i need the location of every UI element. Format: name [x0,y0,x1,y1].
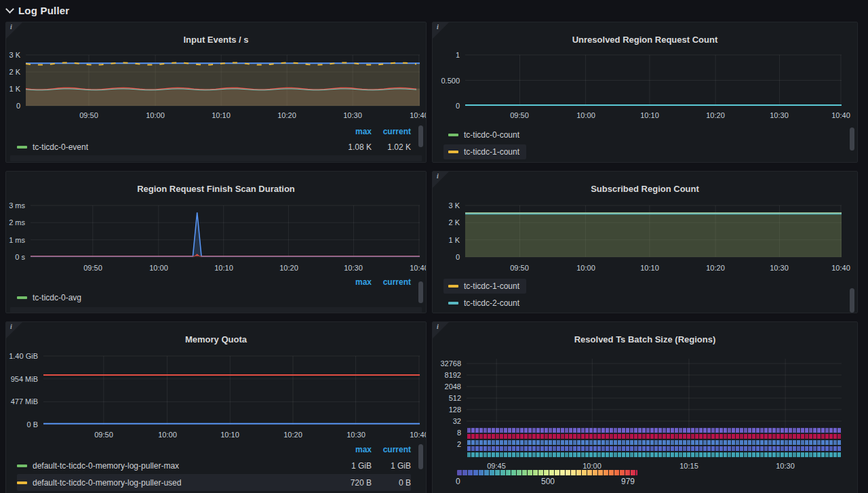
legend-label[interactable]: tc-ticdc-0-event [33,142,88,152]
y-axis-label: 0 [433,252,460,262]
info-icon[interactable]: i [10,323,12,330]
info-icon[interactable]: i [437,323,439,330]
legend-swatch[interactable] [17,481,27,484]
legend-label[interactable]: default-tc-ticdc-0-memory-log-puller-use… [33,478,181,488]
legend-label[interactable]: tc-ticdc-2-count [464,298,519,308]
plot-input-events[interactable] [26,55,420,106]
legend-header-current[interactable]: current [372,127,411,136]
legend-header-max[interactable]: max [332,277,372,287]
legend-row[interactable]: default-tc-ticdc-0-memory-log-puller-use… [17,474,411,491]
chart-canvas[interactable] [26,55,420,106]
chart-canvas[interactable] [465,205,842,257]
panel-title-region-request-finish-scan-duration[interactable]: Region Request Finish Scan Duration [33,184,399,194]
legend-swatch[interactable] [448,151,458,153]
legend-row-clipped[interactable] [10,307,422,313]
x-axis-label: 10:40 [410,264,427,272]
panel-title-input-events[interactable]: Input Events / s [33,35,399,45]
legend-swatch[interactable] [448,302,458,304]
chart-canvas[interactable] [467,359,842,456]
panel-info-corner[interactable] [433,172,449,188]
y-axis-label: 0.500 [433,76,460,85]
legend-header-max[interactable]: max [332,445,372,454]
panel-title-subscribed-region-count[interactable]: Subscribed Region Count [460,184,830,194]
panel-info-corner[interactable] [433,22,449,39]
chart-canvas[interactable] [465,55,842,106]
legend-scrollbar-thumb[interactable] [418,444,423,469]
y-axis-label: 0 [433,101,460,111]
legend-row[interactable]: tc-ticdc-0-event1.08 K1.02 K [17,139,411,155]
y-axis-label: 1 K [6,84,20,94]
legend-scrollbar-thumb[interactable] [418,125,423,147]
legend-row[interactable]: tc-ticdc-1-count [443,277,842,294]
legend-header-max[interactable]: max [332,127,372,136]
legend-row[interactable]: tc-ticdc-1-count [443,143,842,160]
legend-swatch[interactable] [17,296,27,299]
x-axis-label: 10:30 [776,462,795,470]
heatmap-row-bucket-8 [467,434,841,439]
x-axis-label: 09:50 [510,111,529,119]
legend-label[interactable]: default-tc-ticdc-0-memory-log-puller-max [33,461,179,471]
x-axis-label: 10:20 [706,264,725,272]
info-icon[interactable]: i [437,23,439,31]
x-axis-label: 10:00 [146,111,165,119]
y-axis-label: 2 K [433,218,460,227]
panel-unresolved-region-request-count: iUnresolved Region Request Count10.50000… [432,22,858,163]
legend-header-current[interactable]: current [372,445,411,454]
legend-row[interactable]: default-tc-ticdc-0-memory-log-puller-max… [17,457,411,474]
legend-item[interactable]: tc-ticdc-0-count [443,127,526,142]
y-axis-label: 32768 [433,359,461,368]
legend-value: 720 B [332,478,372,488]
legend-label[interactable]: tc-ticdc-1-count [464,281,519,291]
panel-title-unresolved-region-request-count[interactable]: Unresolved Region Request Count [460,35,830,45]
legend-scrollbar-thumb[interactable] [850,288,854,313]
plot-resolved-ts-batch-size-regions[interactable] [467,359,842,456]
x-axis-label: 10:10 [220,431,239,439]
y-axis-label: 2 ms [6,218,25,227]
legend-row[interactable]: tc-ticdc-2-count [443,294,842,311]
series-spike-red-base [31,254,420,256]
legend-scrollbar-thumb[interactable] [850,127,854,151]
legend-item[interactable]: tc-ticdc-1-count [443,279,526,294]
chart-canvas[interactable] [43,356,420,425]
legend-label[interactable]: tc-ticdc-1-count [464,147,519,157]
x-axis-label: 09:50 [83,264,102,272]
y-axis-label: 1 ms [6,235,25,245]
legend-label[interactable]: tc-ticdc-0-count [464,130,519,140]
x-axis-label: 10:20 [706,111,725,119]
panel-title-memory-quota[interactable]: Memory Quota [33,334,399,344]
y-axis-label: 8 [433,428,461,437]
legend-subscribed-region-count: tc-ticdc-1-counttc-ticdc-2-count [443,277,842,311]
x-axis-label: 10:10 [640,111,659,119]
legend-swatch[interactable] [448,285,458,288]
info-icon[interactable]: i [10,23,12,31]
legend-swatch[interactable] [448,134,458,136]
panel-info-corner[interactable] [6,322,22,338]
legend-swatch[interactable] [17,146,27,149]
legend-scrollbar-thumb[interactable] [418,281,423,303]
plot-unresolved-region-request-count[interactable] [465,55,842,106]
plot-subscribed-region-count[interactable] [465,205,842,257]
panel-title-resolved-ts-batch-size-regions[interactable]: Resolved Ts Batch Size (Regions) [460,334,830,344]
legend-row[interactable]: tc-ticdc-0-avg [17,290,411,306]
legend-value: 1.08 K [332,142,372,152]
legend-header-current[interactable]: current [372,277,411,287]
legend-label[interactable]: tc-ticdc-0-avg [33,293,81,302]
panel-info-corner[interactable] [6,22,22,39]
x-axis-label: 09:45 [487,462,506,470]
x-axis-label: 10:00 [576,264,595,272]
legend-row-clipped[interactable] [10,155,422,161]
legend-item[interactable]: tc-ticdc-2-count [443,296,526,311]
color-scale-mid-label: 500 [541,477,555,486]
x-axis-label: 10:00 [149,264,168,272]
legend-value: 1 GiB [372,461,411,471]
plot-region-request-finish-scan-duration[interactable] [31,205,420,257]
legend-item[interactable]: tc-ticdc-1-count [443,144,526,159]
row-header-log-puller[interactable]: Log Puller [0,0,69,20]
x-axis-label: 10:10 [640,264,659,272]
panel-info-corner[interactable] [433,322,449,338]
info-icon[interactable]: i [437,172,439,180]
legend-row[interactable]: tc-ticdc-0-count [443,126,842,143]
plot-memory-quota[interactable] [43,356,420,425]
legend-swatch[interactable] [17,465,27,467]
chart-canvas[interactable] [31,205,420,257]
